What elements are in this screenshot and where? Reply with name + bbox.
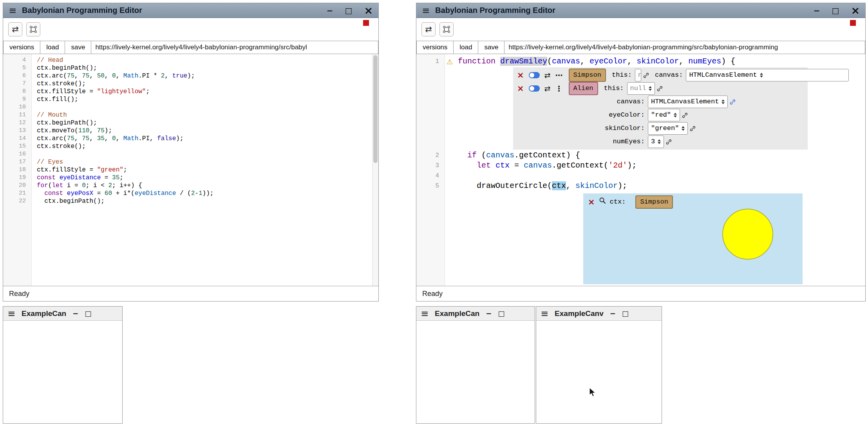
line-number: 3 xyxy=(416,161,445,171)
stepper-up-icon[interactable] xyxy=(658,139,661,141)
stepper-down-icon[interactable] xyxy=(674,116,677,117)
example-toggle[interactable] xyxy=(529,72,540,78)
example-toggle[interactable] xyxy=(529,85,540,92)
tab-load[interactable]: load xyxy=(453,41,478,54)
code-token: 0 xyxy=(112,72,116,79)
menu-icon[interactable]: ≡ xyxy=(541,309,548,318)
stepper-icon[interactable] xyxy=(682,126,685,131)
menu-icon[interactable]: ≡ xyxy=(9,6,16,15)
stepper-up-icon[interactable] xyxy=(674,113,677,115)
value-box[interactable]: null xyxy=(635,69,641,81)
titlebar[interactable]: ≡ ExampleCan − □ xyxy=(3,307,122,321)
menu-icon[interactable]: ≡ xyxy=(421,309,429,318)
parameter-row: eyeColor:"red" xyxy=(513,108,808,122)
example-name-badge[interactable]: Alien xyxy=(569,82,598,95)
close-button[interactable]: × xyxy=(851,5,860,16)
example-delete-button[interactable]: × xyxy=(517,71,524,79)
menu-icon[interactable]: ≡ xyxy=(422,6,430,15)
minimize-button[interactable]: − xyxy=(486,310,492,317)
code-token: , xyxy=(74,72,82,79)
stepper-icon[interactable] xyxy=(649,86,652,91)
value-text: HTMLCanvasElement xyxy=(651,97,719,107)
stepper-down-icon[interactable] xyxy=(760,76,763,78)
code-token: for xyxy=(37,182,48,189)
scrollbar[interactable] xyxy=(372,54,378,286)
example-row: ×⇄⋯Simpsonthis:nullcanvas:HTMLCanvasElem… xyxy=(513,69,808,82)
stepper-down-icon[interactable] xyxy=(649,89,652,91)
maximize-button[interactable]: □ xyxy=(498,310,505,317)
minimize-button[interactable]: − xyxy=(610,310,616,317)
value-box[interactable]: HTMLCanvasElement xyxy=(648,96,728,108)
minimize-button[interactable]: − xyxy=(72,310,78,317)
value-box[interactable]: null xyxy=(627,82,655,95)
value-box[interactable]: HTMLCanvasElement xyxy=(686,69,849,81)
titlebar[interactable]: ≡ Babylonian Programming Editor − □ × xyxy=(3,3,378,18)
minimize-button[interactable]: − xyxy=(327,7,333,14)
close-button[interactable]: × xyxy=(364,5,373,16)
titlebar[interactable]: ≡ ExampleCanv − □ xyxy=(536,307,662,321)
frame-select-button[interactable] xyxy=(439,22,454,36)
stepper-up-icon[interactable] xyxy=(760,73,763,75)
magnifier-icon[interactable] xyxy=(599,197,606,208)
value-box[interactable]: 3 xyxy=(648,135,664,148)
example-menu-icon[interactable]: ⋮ xyxy=(555,83,563,94)
code-line: 13ctx.moveTo(110, 75); xyxy=(3,127,378,135)
probe-close-button[interactable]: × xyxy=(588,198,595,206)
link-icon[interactable] xyxy=(730,99,736,105)
link-icon[interactable] xyxy=(657,86,663,92)
code-line-content: ctx.fillStyle = "lightyellow"; xyxy=(37,88,150,96)
maximize-button[interactable]: □ xyxy=(85,310,91,317)
value-box[interactable]: "green" xyxy=(648,122,688,135)
frame-select-button[interactable] xyxy=(26,22,40,36)
code-editor[interactable]: 1⚠function drawSmiley(canvas, eyeColor, … xyxy=(416,54,865,286)
line-number: 14 xyxy=(3,135,31,143)
code-token: canvas xyxy=(552,57,580,66)
example-name-badge[interactable]: Simpson xyxy=(569,69,606,82)
menu-icon[interactable]: ≡ xyxy=(7,309,15,318)
tab-load[interactable]: load xyxy=(40,41,65,54)
stepper-down-icon[interactable] xyxy=(722,102,725,104)
code-token: drawSmiley xyxy=(500,57,547,66)
stepper-up-icon[interactable] xyxy=(649,86,652,88)
stepper-down-icon[interactable] xyxy=(682,129,685,131)
code-line-content: ctx.fill(); xyxy=(37,96,78,103)
tab-save[interactable]: save xyxy=(65,41,91,54)
link-icon[interactable] xyxy=(666,139,672,145)
url-field[interactable]: https://lively-kernel.org/lively4/lively… xyxy=(91,41,378,54)
maximize-button[interactable]: □ xyxy=(345,7,352,14)
link-icon[interactable] xyxy=(643,72,649,78)
example-delete-button[interactable]: × xyxy=(517,85,524,93)
line-number: 21 xyxy=(3,190,31,197)
value-box[interactable]: "red" xyxy=(648,109,680,121)
titlebar[interactable]: ≡ ExampleCan − □ xyxy=(416,307,535,321)
stepper-up-icon[interactable] xyxy=(682,126,685,128)
stepper-up-icon[interactable] xyxy=(722,99,725,101)
code-token: ; xyxy=(146,88,150,95)
link-icon[interactable] xyxy=(682,112,688,118)
example-menu-icon[interactable]: ⋯ xyxy=(555,70,563,80)
url-field[interactable]: https://lively-kernel.org/lively4/lively… xyxy=(504,41,865,54)
tab-save[interactable]: save xyxy=(478,41,505,54)
swap-arrows-button[interactable]: ⇄ xyxy=(421,22,436,36)
tab-versions[interactable]: versions xyxy=(3,41,40,54)
tab-versions[interactable]: versions xyxy=(416,41,454,54)
stepper-icon[interactable] xyxy=(722,99,725,104)
titlebar[interactable]: ≡ Babylonian Programming Editor − □ × xyxy=(416,3,865,18)
code-editor[interactable]: 4// Head5ctx.beginPath();6ctx.arc(75, 75… xyxy=(3,54,378,286)
scrollbar-thumb[interactable] xyxy=(373,55,378,163)
minimize-button[interactable]: − xyxy=(814,7,820,14)
maximize-button[interactable]: □ xyxy=(622,310,629,317)
swap-arrows-button[interactable]: ⇄ xyxy=(8,22,22,36)
stepper-icon[interactable] xyxy=(658,139,661,144)
example-swap-icon[interactable]: ⇄ xyxy=(544,83,551,94)
stepper-icon[interactable] xyxy=(760,73,763,78)
example-canvas-window-middle: ≡ ExampleCan − □ xyxy=(416,306,535,424)
example-swap-icon[interactable]: ⇄ xyxy=(544,70,551,80)
stepper-icon[interactable] xyxy=(674,113,677,117)
probe-example-badge[interactable]: Simpson xyxy=(635,195,673,209)
code-token: .getContext( xyxy=(552,161,608,170)
maximize-button[interactable]: □ xyxy=(832,7,839,14)
stepper-down-icon[interactable] xyxy=(658,142,661,144)
link-icon[interactable] xyxy=(690,126,696,132)
line-number: 4 xyxy=(3,56,31,64)
